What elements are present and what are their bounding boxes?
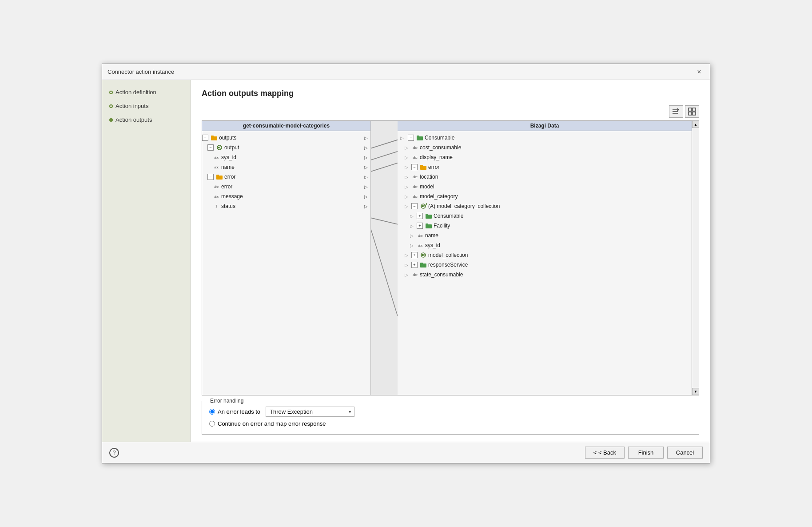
- close-button[interactable]: ×: [694, 67, 705, 77]
- error-row-2: Continue on error and map error response: [209, 420, 692, 427]
- folder-green-svg: [426, 213, 432, 219]
- svg-line-15: [371, 152, 398, 160]
- connection-lines: [371, 121, 398, 395]
- scrollbar: ▲ ▼: [692, 121, 699, 395]
- collection-icon: [420, 252, 427, 259]
- sidebar-dot: [109, 104, 113, 108]
- radio-input-2[interactable]: [209, 421, 215, 427]
- sidebar-item-action-inputs[interactable]: Action inputs: [109, 103, 183, 109]
- tree-row: ▷ abc sys_id: [398, 240, 692, 250]
- mapping-left-panel: get-consumable-model-categories −: [202, 121, 371, 395]
- dropdown-wrapper: Throw Exception Continue on error: [266, 407, 354, 417]
- expand-btn[interactable]: +: [417, 213, 423, 219]
- mapping-middle: [371, 121, 398, 395]
- map-arrow-right: ▷: [399, 135, 405, 140]
- sidebar-item-label: Action outputs: [115, 116, 152, 123]
- help-button[interactable]: ?: [109, 448, 119, 458]
- map-arrow: ▷: [363, 204, 369, 209]
- right-header: Bizagi Data: [398, 121, 692, 131]
- expand-btn[interactable]: −: [202, 135, 208, 141]
- expand-btn[interactable]: −: [408, 135, 414, 141]
- svg-rect-5: [689, 112, 692, 115]
- scroll-down-button[interactable]: ▼: [692, 388, 699, 395]
- expand-btn[interactable]: −: [207, 174, 214, 180]
- node-label: Consumable: [434, 213, 463, 219]
- svg-rect-8: [211, 136, 214, 137]
- svg-rect-6: [693, 112, 696, 115]
- abc-icon: abc: [417, 232, 424, 239]
- scroll-up-button[interactable]: ▲: [692, 121, 699, 128]
- abc-icon: abc: [411, 271, 418, 278]
- abc-icon: abc: [213, 183, 220, 190]
- left-tree: − outputs ▷: [202, 131, 370, 213]
- tree-row: ▷ abc name: [398, 231, 692, 240]
- left-header: get-consumable-model-categories: [202, 121, 370, 131]
- tree-row: abc error ▷: [202, 182, 370, 192]
- finish-button[interactable]: Finish: [628, 447, 664, 459]
- collection-a-icon: A: [420, 203, 427, 210]
- radio-label-text: An error leads to: [218, 408, 260, 415]
- svg-rect-4: [693, 108, 696, 111]
- svg-point-24: [422, 205, 423, 207]
- radio-continue-on-error[interactable]: Continue on error and map error response: [209, 420, 326, 427]
- node-label: name: [221, 164, 235, 170]
- node-label: outputs: [219, 135, 236, 141]
- tree-row: abc sys_id ▷: [202, 152, 370, 162]
- tree-row: abc name ▷: [202, 162, 370, 172]
- map-arrow: ▷: [363, 164, 369, 170]
- map-arrow: ▷: [363, 135, 369, 140]
- expand-btn[interactable]: −: [207, 144, 214, 151]
- svg-rect-7: [211, 136, 217, 140]
- expand-btn[interactable]: +: [411, 262, 418, 268]
- expand-btn[interactable]: −: [411, 164, 418, 170]
- node-label: model_collection: [428, 252, 468, 258]
- tree-row: − error ▷: [202, 172, 370, 182]
- svg-point-11: [219, 147, 221, 148]
- back-button[interactable]: < < Back: [585, 447, 625, 459]
- sidebar-item-action-outputs[interactable]: Action outputs: [109, 116, 183, 123]
- svg-rect-12: [216, 176, 223, 180]
- error-handling-legend: Error handling: [207, 398, 246, 404]
- expand-btn[interactable]: +: [411, 252, 418, 258]
- node-label: display_name: [420, 154, 453, 160]
- tree-row: ▷ + Facility: [398, 221, 692, 231]
- auto-map-button[interactable]: [669, 105, 683, 118]
- cancel-button[interactable]: Cancel: [667, 447, 703, 459]
- node-label: message: [221, 193, 243, 200]
- view-toggle-button[interactable]: [685, 105, 699, 118]
- tree-row: ▷ abc model: [398, 182, 692, 192]
- view-toggle-icon: [688, 108, 696, 116]
- node-label: state_consumable: [420, 271, 463, 278]
- radio-label-text: Continue on error and map error response: [218, 420, 326, 427]
- expand-btn[interactable]: +: [417, 223, 423, 229]
- svg-point-32: [422, 254, 423, 256]
- throw-exception-dropdown[interactable]: Throw Exception Continue on error: [266, 407, 354, 417]
- right-tree: ▷ − Consumable: [398, 131, 692, 281]
- tree-row: ▷ + responseService: [398, 260, 692, 270]
- sidebar-item-action-definition[interactable]: Action definition: [109, 89, 183, 96]
- abc-icon: abc: [213, 193, 220, 200]
- main-area: Action outputs mapping: [191, 80, 710, 442]
- svg-rect-3: [689, 108, 692, 111]
- footer-left: ?: [109, 448, 119, 458]
- abc-icon: abc: [213, 164, 220, 171]
- dialog: Connector action instance × Action defin…: [102, 64, 710, 463]
- tree-row: ▷ abc state_consumable: [398, 270, 692, 279]
- node-label: sys_id: [221, 154, 236, 160]
- svg-rect-13: [216, 175, 219, 176]
- radio-an-error-leads-to[interactable]: An error leads to: [209, 408, 260, 415]
- svg-rect-35: [420, 263, 423, 264]
- abc-icon: abc: [411, 173, 418, 180]
- radio-input-1[interactable]: [209, 409, 215, 415]
- expand-btn[interactable]: −: [411, 203, 418, 209]
- node-label: (A) model_category_collection: [428, 203, 500, 209]
- collection-a-svg: A: [420, 203, 427, 209]
- folder-icon: [420, 164, 427, 171]
- svg-line-14: [371, 140, 398, 148]
- node-label: cost_consumable: [420, 144, 461, 151]
- sidebar-item-label: Action definition: [115, 89, 156, 96]
- scroll-track[interactable]: [692, 128, 699, 388]
- svg-rect-21: [420, 166, 426, 170]
- tree-row: ▷ abc location: [398, 172, 692, 182]
- node-label: responseService: [428, 262, 468, 268]
